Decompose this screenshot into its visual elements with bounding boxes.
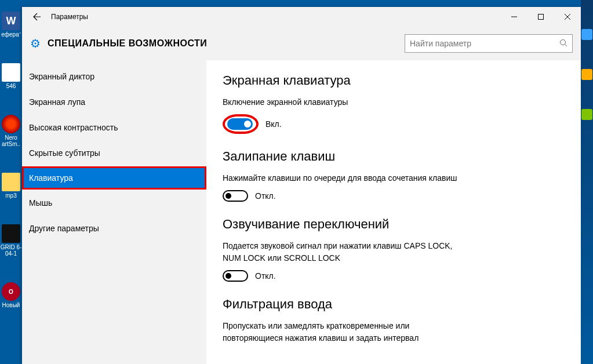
annotation-red-box: Клавиатура (24, 168, 128, 188)
svg-point-4 (561, 39, 566, 45)
maximize-icon (538, 14, 544, 20)
toggle-row-onscreen-keyboard: Вкл. (223, 114, 565, 134)
toggle-row-sticky-keys: Откл. (223, 190, 565, 202)
opera-icon: O (2, 282, 20, 301)
desktop-icon-nero-icon[interactable]: Nero artSm.. (0, 115, 22, 147)
search-icon (559, 39, 567, 49)
sidebar-item-closed-captions[interactable]: Скрытые субтитры (22, 140, 206, 166)
toggle-toggle-keys[interactable] (223, 270, 248, 282)
desktop-right-strip (581, 0, 593, 364)
desc-sticky-keys: Нажимайте клавиши по очереди для ввода с… (223, 172, 472, 184)
desktop-icons: Wефераʼ546Nero artSm..mp3GRID 6-04-1OНов… (0, 0, 22, 364)
maximize-button[interactable] (527, 7, 554, 27)
desktop-icon-word-icon[interactable]: Wефераʼ (1, 12, 20, 38)
header-row: ⚙ СПЕЦИАЛЬНЫЕ ВОЗМОЖНОСТИ (22, 27, 581, 60)
txt-icon (2, 63, 20, 82)
titlebar: Параметры (22, 7, 581, 27)
section-title: СПЕЦИАЛЬНЫЕ ВОЗМОЖНОСТИ (48, 38, 207, 49)
desktop-icon-grid-icon[interactable]: GRID 6-04-1 (0, 224, 22, 257)
nero-icon (2, 115, 20, 133)
word-icon: W (2, 12, 20, 30)
desc-filter-keys: Пропускать или замедлять кратковременные… (223, 320, 472, 344)
minimize-button[interactable] (501, 7, 527, 27)
window-controls (501, 7, 581, 27)
sidebar-item-label: Мышь (29, 198, 52, 208)
desktop-icon-opera-icon[interactable]: OНовый (2, 282, 20, 308)
desktop-icon-label: 546 (6, 83, 16, 89)
sidebar-item-other[interactable]: Другие параметры (22, 216, 206, 241)
back-button[interactable] (27, 7, 46, 27)
sidebar-item-keyboard[interactable]: Клавиатура (22, 166, 206, 190)
desktop-icon-folder-icon[interactable]: mp3 (2, 173, 20, 199)
sidebar-item-label: Экранный диктор (29, 72, 94, 81)
toggle-label-onscreen: Вкл. (265, 119, 282, 129)
sidebar-item-high-contrast[interactable]: Высокая контрастность (22, 115, 206, 140)
close-button[interactable] (554, 7, 581, 27)
svg-rect-1 (539, 14, 544, 20)
desktop-icon-txt-icon[interactable]: 546 (2, 63, 20, 89)
toggle-label-toggle: Откл. (255, 271, 276, 281)
heading-onscreen-keyboard: Экранная клавиатура (223, 73, 565, 88)
sidebar-item-label: Другие параметры (29, 224, 99, 233)
search-box[interactable] (405, 34, 573, 53)
sidebar-item-label: Экранная лупа (29, 97, 85, 107)
svg-line-5 (565, 44, 567, 46)
folder-icon (2, 173, 20, 191)
search-input[interactable] (410, 39, 559, 48)
sidebar-item-label: Скрытые субтитры (29, 148, 100, 158)
minimize-icon (511, 14, 517, 20)
desc-toggle-keys: Подается звуковой сигнал при нажатии кла… (223, 240, 472, 264)
heading-filter-keys: Фильтрация ввода (223, 297, 565, 312)
desktop-icon-label: GRID 6-04-1 (0, 244, 22, 257)
desc-onscreen-keyboard: Включение экранной клавиатуры (223, 96, 472, 108)
content-pane: Экранная клавиатура Включение экранной к… (206, 60, 581, 364)
desktop-icon-label: ефераʼ (1, 31, 20, 38)
back-arrow-icon (32, 12, 41, 21)
sidebar-item-magnifier[interactable]: Экранная лупа (22, 89, 206, 115)
desktop-icon-label: mp3 (5, 192, 16, 199)
sidebar-item-narrator[interactable]: Экранный диктор (22, 64, 206, 89)
toggle-label-sticky: Откл. (255, 191, 276, 201)
desktop-icon-label: Новый (2, 302, 20, 308)
sidebar-item-label: Высокая контрастность (29, 123, 118, 132)
sidebar-item-mouse[interactable]: Мышь (22, 190, 206, 216)
gear-icon: ⚙ (30, 37, 41, 50)
grid-icon (2, 224, 20, 243)
heading-sticky-keys: Залипание клавиш (223, 149, 565, 164)
heading-toggle-keys: Озвучивание переключений (223, 217, 565, 232)
body: Экранный дикторЭкранная лупаВысокая конт… (22, 60, 581, 364)
settings-window: Параметры ⚙ СПЕЦИАЛЬНЫЕ ВОЗМОЖНОСТИ Экра… (22, 7, 581, 364)
desktop-icon-label: Nero artSm.. (0, 134, 22, 147)
close-icon (565, 14, 570, 20)
toggle-row-toggle-keys: Откл. (223, 270, 565, 282)
annotation-red-ellipse (223, 114, 259, 134)
toggle-sticky-keys[interactable] (223, 190, 248, 202)
window-title: Параметры (51, 13, 88, 21)
sidebar: Экранный дикторЭкранная лупаВысокая конт… (22, 60, 206, 364)
toggle-onscreen-keyboard[interactable] (227, 118, 253, 130)
sidebar-item-label: Клавиатура (29, 173, 73, 183)
